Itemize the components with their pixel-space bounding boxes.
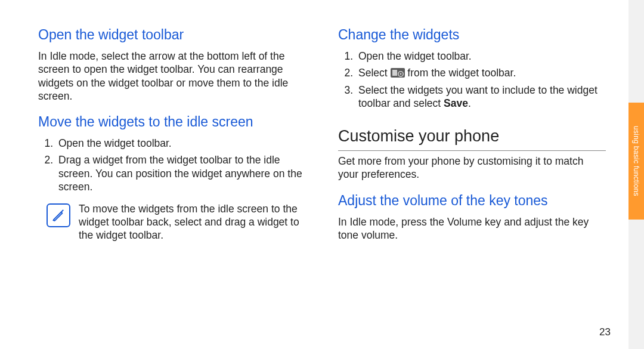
heading-change-widgets: Change the widgets [338, 26, 606, 44]
steps-move-widgets: Open the widget toolbar. Drag a widget f… [38, 137, 306, 194]
svg-point-3 [400, 73, 401, 75]
list-item: Open the widget toolbar. [356, 50, 606, 63]
list-item: Select from the widget toolbar. [356, 66, 606, 79]
paragraph-customise-phone: Get more from your phone by customising … [338, 155, 606, 181]
paragraph-adjust-volume: In Idle mode, press the Volume key and a… [338, 215, 606, 242]
list-item: Open the widget toolbar. [56, 137, 306, 150]
note-icon [47, 203, 70, 227]
side-tab-label: using basic functions [632, 126, 640, 196]
svg-rect-1 [392, 70, 397, 76]
heading-open-widget-toolbar: Open the widget toolbar [38, 26, 306, 44]
text-span: from the widget toolbar. [405, 67, 516, 79]
steps-change-widgets: Open the widget toolbar. Select from the… [338, 50, 606, 110]
widget-settings-icon [391, 67, 405, 77]
list-item: Select the widgets you want to include t… [356, 84, 606, 110]
heading-move-widgets: Move the widgets to the idle screen [38, 113, 306, 131]
side-tab-active: using basic functions [628, 103, 644, 220]
bold-save: Save [444, 97, 468, 109]
manual-page: Open the widget toolbar In Idle mode, se… [0, 0, 644, 349]
list-item: Drag a widget from the widget toolbar to… [56, 153, 306, 193]
text-span: . [468, 97, 471, 109]
right-column: Change the widgets Open the widget toolb… [338, 26, 606, 331]
note-text: To move the widgets from the idle screen… [79, 202, 306, 242]
paragraph-open-widget-toolbar: In Idle mode, select the arrow at the bo… [38, 50, 306, 103]
heading-adjust-volume: Adjust the volume of the key tones [338, 192, 606, 209]
heading-customise-phone: Customise your phone [338, 126, 606, 151]
side-tab-strip: using basic functions [628, 0, 644, 349]
left-column: Open the widget toolbar In Idle mode, se… [38, 26, 306, 331]
note-block: To move the widgets from the idle screen… [47, 202, 306, 242]
text-span: Select the widgets you want to include t… [358, 84, 597, 109]
page-number: 23 [599, 326, 611, 338]
text-span: Select [358, 67, 391, 79]
